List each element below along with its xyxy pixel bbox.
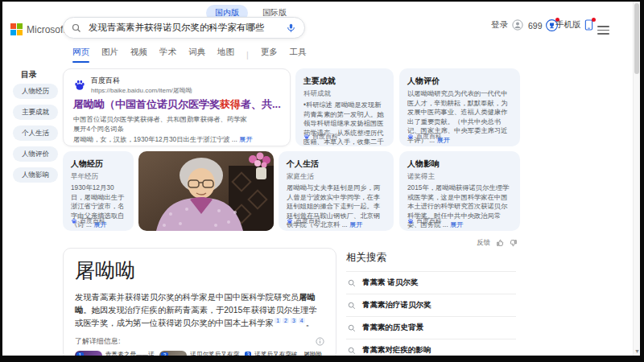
sidebar-item-influence[interactable]: 人物影响 [13, 167, 58, 183]
person-icon [512, 19, 523, 31]
tu-youyou-photo[interactable] [138, 151, 274, 231]
card-title: 人物评价 [407, 76, 512, 87]
answer-paragraph: 发现青蒿素并获得诺贝尔奖的科学家是中国中医科学院研究员屠呦呦。她因发现治疗疟疾的… [75, 291, 324, 330]
scrollbar-thumb[interactable] [634, 3, 639, 74]
result-site-name: 百度百科 [91, 76, 192, 86]
hamburger-menu-icon[interactable] [597, 23, 609, 37]
search-icon [348, 302, 356, 310]
sidebar-title: 目录 [21, 69, 37, 80]
baike-result-card[interactable]: 百度百科 https://baike.baidu.com/item/屠呦呦 屠呦… [63, 68, 291, 146]
microphone-icon[interactable] [286, 23, 296, 33]
bing-search-page: 国内版 国际版 Microsoft Bing 登录 699 手机版 网页 图片 … [0, 0, 644, 362]
card-title: 主要成就 [303, 76, 386, 87]
result-url: https://baike.baidu.com/item/屠呦呦 [91, 86, 192, 95]
tab-academic[interactable]: 学术 [159, 47, 176, 63]
result-snippet: 屠呦呦，女，汉族，1930年12月30日出生于浙江宁波 ... 展开 [73, 134, 280, 144]
card-source[interactable]: 百度百科 [295, 216, 321, 225]
expand-link[interactable]: 展开 [450, 220, 464, 228]
window-frame [0, 0, 2, 362]
window-frame [640, 0, 644, 362]
info-card-evaluation[interactable]: 人物评价 以屠呦呦研究员为代表的一代代中医人才，辛勤耕耘，默默奉献，为发展中医药… [399, 68, 520, 146]
microsoft-logo-icon [10, 23, 23, 35]
baidu-baike-icon [303, 134, 310, 140]
feedback-label[interactable]: 反馈 [477, 238, 490, 248]
window-frame [0, 0, 644, 2]
sidebar-item-experience[interactable]: 人物经历 [13, 84, 58, 99]
mobile-version-label: 手机版 [555, 19, 581, 31]
mobile-version-button[interactable]: 手机版 [555, 19, 593, 31]
card-subtitle: 家庭生活 [287, 172, 386, 182]
expand-link[interactable]: 展开 [239, 135, 253, 143]
tab-maps[interactable]: 地图 [217, 47, 234, 63]
card-subtitle: 诺奖得主 [407, 172, 512, 182]
related-searches-panel: 相关搜索 青蒿素 诺贝尔奖 青蒿素治疗诺贝尔奖 青蒿素的历史背景 青蒿素对疟疾的… [346, 251, 516, 362]
citation-4[interactable]: 4 [299, 318, 305, 323]
card-title: 人物影响 [407, 158, 512, 170]
baidu-baike-icon [73, 79, 86, 92]
sidebar-item-achievements[interactable]: 主要成就 [13, 105, 58, 120]
notification-dot [592, 18, 596, 22]
search-input[interactable] [87, 23, 286, 34]
info-icon[interactable] [316, 337, 324, 346]
search-box[interactable] [63, 17, 305, 39]
card-source[interactable]: 百度百科 [416, 132, 442, 141]
tab-videos[interactable]: 视频 [130, 47, 147, 63]
feedback-row: 反馈 [477, 238, 518, 248]
baidu-baike-icon [287, 218, 293, 224]
tab-images[interactable]: 图片 [101, 47, 118, 63]
tab-web[interactable]: 网页 [72, 47, 89, 63]
info-card-influence[interactable]: 人物影响 诺奖得主 2015年，屠呦呦获得诺贝尔生理学或医学奖，这是中国科学家在… [399, 151, 520, 231]
card-source[interactable]: 百度百科 [80, 216, 105, 225]
expand-link[interactable]: 展开 [349, 220, 363, 228]
thumbs-up-icon[interactable] [496, 239, 504, 247]
related-search-item[interactable]: 青蒿素 诺贝尔奖 [346, 271, 516, 294]
card-subtitle: 科研成就 [303, 89, 386, 99]
sign-in-button[interactable]: 登录 [491, 19, 523, 31]
tab-more[interactable]: 更多 [261, 47, 278, 63]
rewards-button[interactable]: 699 [528, 19, 558, 31]
baidu-baike-icon [407, 218, 414, 224]
tab-tools[interactable]: 工具 [290, 47, 307, 63]
answer-panel: 屠呦呦 发现青蒿素并获得诺贝尔奖的科学家是中国中医科学院研究员屠呦呦。她因发现治… [63, 248, 336, 360]
info-card-experience[interactable]: 人物经历 早年经历 1930年12月30日，屠呦呦出生于浙江省宁波市，名字由父亲… [63, 151, 134, 231]
tab-dictionary[interactable]: 词典 [188, 47, 205, 63]
rewards-points: 699 [528, 21, 543, 31]
search-icon [348, 324, 356, 332]
sign-in-label: 登录 [491, 19, 508, 31]
card-source[interactable]: 百度百科 [416, 216, 442, 225]
sidebar-item-evaluation[interactable]: 人物评价 [13, 146, 58, 162]
expand-entries-link[interactable]: 展开4个同名词条 [73, 124, 280, 134]
citation-2[interactable]: 2 [283, 318, 289, 323]
related-search-item[interactable]: 青蒿素的历史背景 [346, 316, 516, 339]
nav-divider: | [246, 50, 249, 60]
result-title-link[interactable]: 屠呦呦（中国首位诺贝尔医学奖获得者、共... [73, 97, 280, 112]
result-description: 中国首位诺贝尔医学奖获得者、共和国勋章获得者、药学家 [73, 114, 280, 124]
card-title: 个人生活 [287, 158, 386, 170]
card-title: 人物经历 [71, 158, 126, 170]
vertical-scrollbar[interactable]: ▼ [633, 2, 640, 356]
info-card-achievements[interactable]: 主要成就 科研成就 •科研综述 屠呦呦是发现新药青蒿素的第一发明人。她领导科研组… [295, 68, 394, 146]
window-frame [0, 356, 644, 362]
info-card-personal-life[interactable]: 个人生活 家庭生活 屠呦呦与丈夫李廷钊是同乡，两人曾是宁波效实中学同学，在李廷钊… [279, 151, 394, 231]
search-icon [348, 279, 356, 287]
related-searches-title: 相关搜索 [346, 251, 516, 265]
sidebar-item-personal-life[interactable]: 个人生活 [13, 125, 58, 141]
card-subtitle: 早年经历 [71, 172, 126, 182]
search-icon [348, 347, 356, 355]
baidu-baike-icon [407, 134, 414, 140]
baidu-baike-icon [71, 218, 77, 224]
learn-more-label: 了解详细信息: [75, 336, 121, 347]
thumbs-down-icon[interactable] [510, 239, 518, 247]
citation-1[interactable]: 1 [275, 318, 281, 323]
card-source[interactable]: 百度百科 [312, 132, 338, 141]
answer-title: 屠呦呦 [75, 257, 324, 284]
search-icon [72, 23, 81, 33]
search-nav-tabs: 网页 图片 视频 学术 词典 地图 | 更多 工具 [72, 47, 307, 63]
citation-3[interactable]: 3 [291, 318, 297, 323]
related-search-item[interactable]: 青蒿素治疗诺贝尔奖 [346, 294, 516, 316]
highlighted-term: 获得 [220, 98, 241, 110]
